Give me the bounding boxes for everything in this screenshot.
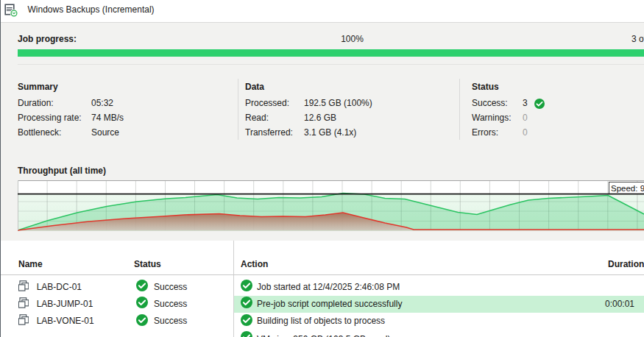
svg-text:Speed: 925: Speed: 925 bbox=[611, 184, 644, 193]
